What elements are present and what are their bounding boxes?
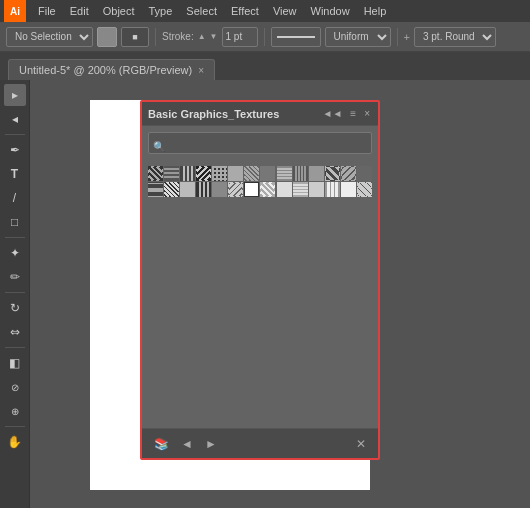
pattern-cell[interactable] (341, 182, 356, 197)
toolbar-sep-2 (264, 28, 265, 46)
menu-window[interactable]: Window (305, 3, 356, 19)
rotate-icon: ↻ (10, 301, 20, 315)
pattern-cell[interactable] (196, 166, 211, 181)
tool-rotate[interactable]: ↻ (4, 297, 26, 319)
pattern-cell[interactable] (325, 166, 340, 181)
pattern-cell[interactable] (164, 166, 179, 181)
footer-left-controls: 📚 ◄ ► (150, 435, 221, 453)
panel-next-button[interactable]: ► (201, 435, 221, 453)
panel-footer: 📚 ◄ ► ✕ (142, 428, 378, 458)
toolbar-sep-1 (155, 28, 156, 46)
menu-help[interactable]: Help (358, 3, 393, 19)
panel-delete-button[interactable]: ✕ (352, 435, 370, 453)
menu-file[interactable]: File (32, 3, 62, 19)
pattern-cell[interactable] (244, 166, 259, 181)
pattern-cell[interactable] (212, 182, 227, 197)
pattern-cell[interactable] (277, 166, 292, 181)
stroke-down-icon[interactable]: ▼ (210, 32, 218, 41)
left-toolbar: ▸ ◂ ✒ T / □ ✦ ✏ ↻ ⇔ (0, 80, 30, 508)
menu-object[interactable]: Object (97, 3, 141, 19)
pattern-cell[interactable] (309, 166, 324, 181)
round-dropdown[interactable]: 3 pt. Round (414, 27, 496, 47)
menu-edit[interactable]: Edit (64, 3, 95, 19)
pattern-cell[interactable] (309, 182, 324, 197)
pattern-cell[interactable] (260, 182, 275, 197)
tool-direct-select[interactable]: ◂ (4, 108, 26, 130)
stroke-line-picker[interactable] (271, 27, 321, 47)
selection-dropdown[interactable]: No Selection (6, 27, 93, 47)
pattern-cell[interactable] (228, 182, 243, 197)
tool-sep-1 (5, 134, 25, 135)
tool-line[interactable]: / (4, 187, 26, 209)
stroke-line-preview (277, 36, 315, 38)
tool-pen[interactable]: ✒ (4, 139, 26, 161)
pattern-cell[interactable] (277, 182, 292, 197)
pattern-cell[interactable] (357, 166, 372, 181)
pattern-cell[interactable] (260, 166, 275, 181)
color-icon: ■ (132, 32, 137, 42)
tool-type[interactable]: T (4, 163, 26, 185)
scale-icon: ⇔ (10, 325, 20, 339)
tool-scale[interactable]: ⇔ (4, 321, 26, 343)
pattern-panel: Basic Graphics_Textures ◄◄ ≡ × 🔍 📚 ◄ (140, 100, 380, 460)
panel-library-button[interactable]: 📚 (150, 435, 173, 453)
menu-view[interactable]: View (267, 3, 303, 19)
tool-hand[interactable]: ✋ (4, 431, 26, 453)
menu-select[interactable]: Select (180, 3, 223, 19)
tool-zoom[interactable]: ⊕ (4, 400, 26, 422)
pattern-cell[interactable] (228, 166, 243, 181)
pattern-cell[interactable] (357, 182, 372, 197)
tab-document[interactable]: Untitled-5* @ 200% (RGB/Preview) × (8, 59, 215, 80)
panel-close-button[interactable]: × (362, 108, 372, 119)
canvas-area: Basic Graphics_Textures ◄◄ ≡ × 🔍 📚 ◄ (30, 80, 530, 508)
type-icon: T (11, 167, 18, 181)
stroke-input[interactable] (222, 27, 258, 47)
fill-swatch[interactable] (97, 27, 117, 47)
gradient-icon: ◧ (9, 356, 20, 370)
tool-rect[interactable]: □ (4, 211, 26, 233)
line-icon: / (13, 191, 16, 205)
pattern-cell[interactable] (148, 182, 163, 197)
pattern-cell[interactable] (164, 182, 179, 197)
panel-collapse-button[interactable]: ◄◄ (321, 108, 345, 119)
panel-menu-button[interactable]: ≡ (348, 108, 358, 119)
app-logo: Ai (4, 0, 26, 22)
pattern-cell[interactable] (244, 182, 259, 197)
pattern-cell[interactable] (180, 182, 195, 197)
color-mode-box[interactable]: ■ (121, 27, 149, 47)
panel-controls: ◄◄ ≡ × (321, 108, 372, 119)
tab-close-button[interactable]: × (198, 65, 204, 76)
tool-gradient[interactable]: ◧ (4, 352, 26, 374)
pattern-cell[interactable] (341, 166, 356, 181)
pattern-cell[interactable] (325, 182, 340, 197)
menu-bar: Ai File Edit Object Type Select Effect V… (0, 0, 530, 22)
select-icon: ▸ (12, 88, 18, 102)
panel-prev-button[interactable]: ◄ (177, 435, 197, 453)
tool-select[interactable]: ▸ (4, 84, 26, 106)
tool-sep-2 (5, 237, 25, 238)
menu-effect[interactable]: Effect (225, 3, 265, 19)
pattern-cell[interactable] (196, 182, 211, 197)
tool-brush[interactable]: ✦ (4, 242, 26, 264)
uniform-dropdown[interactable]: Uniform (325, 27, 391, 47)
pencil-icon: ✏ (10, 270, 20, 284)
tool-sep-5 (5, 426, 25, 427)
menu-type[interactable]: Type (143, 3, 179, 19)
toolbar-sep-3 (397, 28, 398, 46)
pattern-grid (148, 166, 372, 197)
pattern-cell[interactable] (293, 166, 308, 181)
tool-eyedrop[interactable]: ⊘ (4, 376, 26, 398)
direct-select-icon: ◂ (12, 112, 18, 126)
pattern-cell[interactable] (148, 166, 163, 181)
tool-pencil[interactable]: ✏ (4, 266, 26, 288)
pattern-cell[interactable] (293, 182, 308, 197)
pattern-cell[interactable] (212, 166, 227, 181)
zoom-icon: ⊕ (11, 406, 19, 417)
pattern-cell[interactable] (180, 166, 195, 181)
stroke-up-icon[interactable]: ▲ (198, 32, 206, 41)
panel-header: Basic Graphics_Textures ◄◄ ≡ × (142, 102, 378, 126)
pattern-search-input[interactable] (148, 132, 372, 154)
panel-title: Basic Graphics_Textures (148, 108, 279, 120)
search-wrap: 🔍 (148, 132, 372, 160)
rect-icon: □ (11, 215, 18, 229)
